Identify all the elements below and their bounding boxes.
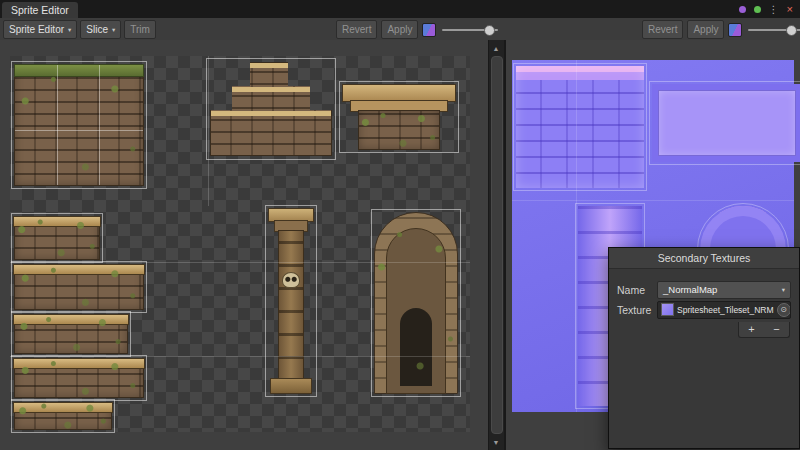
- window-menu-icon[interactable]: ⋮: [769, 5, 779, 15]
- slice-label: Slice: [86, 24, 108, 35]
- pillar-skull-carving: [282, 272, 300, 288]
- sprite-slice-platform-thin[interactable]: [14, 402, 112, 430]
- sprite-slice-wall-tile[interactable]: [14, 64, 144, 186]
- apply-label: Apply: [387, 24, 412, 35]
- apply-label: Apply: [693, 24, 718, 35]
- secondary-texture-list-footer: + −: [738, 322, 790, 338]
- slice-grid-lines: [15, 65, 143, 185]
- sprite-slice-altar[interactable]: [342, 84, 456, 150]
- rgb-alpha-toggle-icon[interactable]: [728, 23, 742, 37]
- sprite-editor-mode-dropdown[interactable]: Sprite Editor ▾: [3, 20, 77, 39]
- sprite-editor-canvas[interactable]: [0, 40, 488, 450]
- normal-map-wall-panel[interactable]: [652, 84, 800, 162]
- texture-thumbnail: [661, 303, 674, 316]
- arch-opening: [400, 308, 432, 386]
- spritesheet-texture[interactable]: [10, 56, 470, 432]
- revert-button-right[interactable]: Revert: [642, 20, 683, 39]
- toolbar: Sprite Editor ▾ Slice ▾ Trim Revert Appl…: [0, 18, 800, 41]
- sprite-slice-stepped-ruin[interactable]: [210, 62, 332, 156]
- chevron-down-icon: ▾: [68, 26, 71, 34]
- texture-object-field[interactable]: Spritesheet_Tileset_NRM ⊙: [657, 301, 791, 319]
- scroll-up-icon[interactable]: ▲: [489, 42, 503, 54]
- apply-button-left[interactable]: Apply: [381, 20, 418, 39]
- rgb-alpha-toggle-icon[interactable]: [422, 23, 436, 37]
- collab-dot-purple-icon[interactable]: [739, 6, 746, 13]
- pillar-shaft: [278, 230, 304, 380]
- trim-label: Trim: [130, 24, 150, 35]
- zoom-slider-handle-right[interactable]: [786, 25, 797, 36]
- normal-map-wall-tile[interactable]: [516, 66, 644, 188]
- slice-grid-line: [512, 200, 794, 201]
- chevron-down-icon: ▾: [782, 286, 785, 294]
- altar-body: [358, 110, 440, 150]
- tab-bar: Sprite Editor ⋮ ×: [0, 0, 800, 18]
- texture-row: Texture Spritesheet_Tileset_NRM ⊙: [617, 301, 791, 318]
- sprite-slice-carved-pillar[interactable]: [268, 208, 314, 394]
- name-value: _NormalMap: [663, 284, 717, 295]
- sprite-slice-platform-medium[interactable]: [14, 314, 128, 354]
- chevron-down-icon: ▾: [112, 26, 115, 34]
- pillar-base: [270, 378, 312, 394]
- close-icon[interactable]: ×: [787, 4, 793, 15]
- apply-button-right[interactable]: Apply: [687, 20, 724, 39]
- zoom-slider-right[interactable]: [748, 29, 800, 31]
- name-dropdown[interactable]: _NormalMap ▾: [657, 281, 791, 299]
- scroll-down-icon[interactable]: ▼: [489, 436, 503, 448]
- right-window-toolbar-cluster: Revert Apply: [642, 20, 800, 39]
- tab-sprite-editor[interactable]: Sprite Editor: [2, 2, 78, 18]
- add-secondary-texture-button[interactable]: +: [739, 322, 764, 337]
- panel-title: Secondary Textures: [609, 248, 799, 269]
- sprite-slice-platform-small[interactable]: [14, 216, 100, 260]
- trim-button[interactable]: Trim: [124, 20, 156, 39]
- object-picker-icon[interactable]: ⊙: [777, 303, 791, 317]
- revert-label: Revert: [342, 24, 371, 35]
- name-label: Name: [617, 284, 657, 296]
- name-row: Name _NormalMap ▾: [617, 281, 791, 298]
- collab-dot-green-icon[interactable]: [754, 6, 761, 13]
- sprite-slice-platform-wide[interactable]: [14, 264, 144, 310]
- left-window-toolbar-cluster: Revert Apply: [336, 20, 498, 39]
- revert-label: Revert: [648, 24, 677, 35]
- revert-button-left[interactable]: Revert: [336, 20, 377, 39]
- toolbar-left-group: Sprite Editor ▾ Slice ▾ Trim: [3, 20, 156, 39]
- slice-grid-line: [208, 56, 209, 206]
- stepped-ruin-shape: [210, 62, 332, 156]
- slice-dropdown[interactable]: Slice ▾: [80, 20, 121, 39]
- remove-secondary-texture-button[interactable]: −: [764, 322, 789, 337]
- window-controls: ⋮ ×: [739, 4, 793, 15]
- scrollbar-thumb[interactable]: [491, 56, 503, 434]
- sprite-editor-mode-label: Sprite Editor: [9, 24, 64, 35]
- sprite-slice-platform-wide-2[interactable]: [14, 358, 144, 398]
- secondary-textures-panel: Secondary Textures Name _NormalMap ▾ Tex…: [608, 247, 800, 449]
- zoom-slider-handle-left[interactable]: [484, 25, 495, 36]
- texture-value: Spritesheet_Tileset_NRM: [677, 305, 774, 315]
- texture-label: Texture: [617, 304, 657, 316]
- zoom-slider-left[interactable]: [442, 29, 498, 31]
- sprite-slice-stone-archway[interactable]: [374, 212, 458, 394]
- tab-title: Sprite Editor: [11, 4, 69, 16]
